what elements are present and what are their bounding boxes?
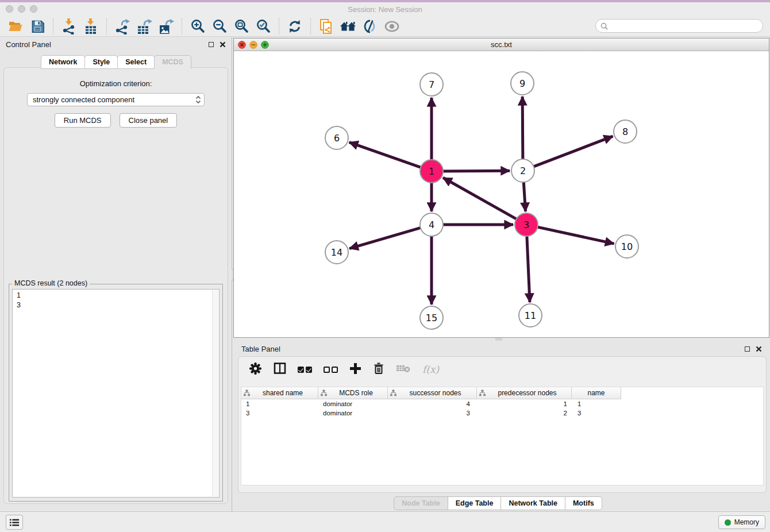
floppy-disk-icon [31,20,44,33]
graph-edge-1-6[interactable] [349,142,423,168]
graph-node-label: 14 [331,247,342,258]
export-table-icon[interactable] [133,17,155,36]
graph-edge-1-2[interactable] [441,171,510,171]
graph-node-1[interactable]: 1 [420,160,443,183]
delete-column-icon[interactable] [373,362,384,377]
save-session-icon[interactable] [26,17,48,36]
result-line: 3 [17,300,219,310]
split-columns-icon[interactable] [274,362,286,377]
column-header-mcds-role[interactable]: MCDS role [318,387,388,399]
graph-node-9[interactable]: 9 [511,72,534,95]
memory-button[interactable]: Memory [718,515,765,529]
graph-node-4[interactable]: 4 [420,213,443,236]
delete-table-icon[interactable] [396,363,411,376]
function-builder-icon[interactable]: f(x) [422,364,439,375]
maximize-window-button[interactable] [30,5,37,13]
tab-node-table[interactable]: Node Table [394,496,448,510]
tab-network-table[interactable]: Network Table [500,496,565,510]
graph-edge-3-11[interactable] [527,234,530,302]
float-table-panel-icon[interactable] [745,346,750,352]
graph-edge-4-14[interactable] [349,227,423,248]
control-panel: Control Panel Network Style Select MCDS … [0,37,232,510]
export-network-icon[interactable] [111,17,133,36]
refresh-icon[interactable] [284,17,306,36]
graph-node-11[interactable]: 11 [519,304,542,327]
tab-mcds[interactable]: MCDS [154,55,191,69]
graph-edge-2-9[interactable] [522,97,523,161]
graph-edge-2-3[interactable] [523,180,526,211]
graph-edge-2-8[interactable] [532,136,613,167]
network-canvas[interactable]: 1234678910111415 [234,51,769,337]
graph-node-14[interactable]: 14 [325,241,348,264]
graph-edge-3-10[interactable] [536,226,614,244]
minimize-network-button[interactable] [249,41,257,49]
minimize-window-button[interactable] [18,5,25,13]
select-all-icon[interactable] [298,367,312,373]
float-panel-icon[interactable] [209,42,214,47]
import-table-icon[interactable] [80,17,102,36]
zoom-out-icon[interactable] [209,17,230,36]
task-history-button[interactable] [6,515,23,530]
zoom-fit-icon[interactable] [230,17,252,36]
table-row[interactable]: 3 dominator 3 2 3 [241,408,763,418]
tab-motifs[interactable]: Motifs [565,496,602,510]
show-details-icon[interactable] [381,17,403,36]
cell-name[interactable]: 3 [572,410,621,417]
cell-shared-name[interactable]: 3 [241,410,318,417]
tab-style[interactable]: Style [84,55,118,69]
close-panel-icon[interactable] [220,41,226,48]
network-window-titlebar[interactable]: scc.txt [234,38,769,51]
search-input[interactable] [611,21,758,30]
clone-network-icon[interactable] [315,17,337,36]
column-header-shared-name[interactable]: shared name [241,387,318,399]
import-network-icon[interactable] [58,17,80,36]
export-table-glyph [136,18,152,34]
graph-node-15[interactable]: 15 [420,306,443,329]
graph-node-10[interactable]: 10 [615,235,638,258]
graph-node-8[interactable]: 8 [614,120,637,143]
hide-details-icon[interactable] [359,17,381,36]
close-panel-button[interactable]: Close panel [120,113,178,128]
table-row[interactable]: 1 dominator 4 1 1 [241,399,763,408]
result-scrollbar[interactable] [212,290,218,496]
graph-node-2[interactable]: 2 [511,159,534,182]
zoom-in-icon[interactable] [187,17,209,36]
close-window-button[interactable] [6,5,13,13]
cell-mcds-role[interactable]: dominator [318,410,388,417]
cell-successor-nodes[interactable]: 4 [388,400,477,407]
zoom-selected-icon[interactable] [252,17,274,36]
cell-name[interactable]: 1 [572,400,621,407]
home-icon[interactable] [337,17,359,36]
tab-edge-table[interactable]: Edge Table [448,496,502,510]
cell-shared-name[interactable]: 1 [241,400,318,407]
cell-predecessor-nodes[interactable]: 1 [477,400,572,407]
graph-node-3[interactable]: 3 [515,213,538,236]
close-table-panel-icon[interactable] [756,346,762,352]
mcds-result-text[interactable]: 1 3 [12,289,220,498]
zoom-network-button[interactable] [261,41,269,49]
add-column-icon[interactable] [349,363,361,377]
table-toolbar: f(x) [238,357,766,382]
cell-successor-nodes[interactable]: 3 [388,410,477,417]
column-header-name[interactable]: name [572,387,621,399]
deselect-all-icon[interactable] [324,367,338,373]
optimization-criterion-select[interactable]: strongly connected component [27,93,205,106]
network-graph[interactable]: 1234678910111415 [234,51,769,337]
tab-network[interactable]: Network [41,55,85,69]
column-header-successor-nodes[interactable]: successor nodes [388,387,477,399]
cell-mcds-role[interactable]: dominator [318,400,388,407]
export-image-icon[interactable] [155,17,177,36]
window-controls [6,5,37,13]
cell-predecessor-nodes[interactable]: 2 [477,410,572,417]
settings-gear-icon[interactable] [249,362,262,377]
graph-node-7[interactable]: 7 [420,73,443,96]
dropdown-stepper-icon [195,95,202,104]
toolbar-separator [310,18,311,34]
graph-node-6[interactable]: 6 [325,126,348,149]
tab-select[interactable]: Select [117,55,155,69]
close-network-button[interactable] [238,41,246,49]
graph-edge-3-1[interactable] [443,178,518,220]
open-file-icon[interactable] [5,17,26,36]
run-mcds-button[interactable]: Run MCDS [55,113,111,128]
column-header-predecessor-nodes[interactable]: predecessor nodes [477,387,572,399]
